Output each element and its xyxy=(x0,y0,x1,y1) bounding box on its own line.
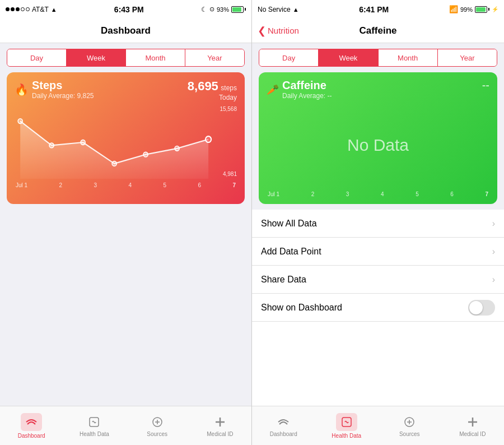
x-label-4: 5 xyxy=(163,182,166,188)
menu-show-on-dashboard[interactable]: Show on Dashboard xyxy=(252,294,504,322)
tab-medicalid-label-left: Medical ID xyxy=(207,431,233,437)
caffeine-header: 🥕 Caffeine Daily Average: -- -- xyxy=(267,79,489,100)
signal-dot-3 xyxy=(16,7,20,11)
dashboard-icon-right xyxy=(276,415,291,429)
no-service-label: No Service xyxy=(258,6,291,13)
signal-dot-5 xyxy=(26,7,30,11)
caffeine-avg: Daily Average: -- xyxy=(282,92,332,100)
nav-back-button[interactable]: ❮ Nutrition xyxy=(258,25,299,37)
svg-point-2 xyxy=(49,143,54,148)
show-on-dashboard-label: Show on Dashboard xyxy=(261,303,342,313)
battery-pct-right: 99% xyxy=(460,6,473,13)
nav-header-right: ❮ Nutrition Caffeine xyxy=(252,18,504,43)
menu-show-all-data[interactable]: Show All Data › xyxy=(252,210,504,238)
x-label-r1: 2 xyxy=(311,191,315,197)
steps-value-row: 8,695 steps xyxy=(188,79,237,94)
svg-point-7 xyxy=(206,136,211,142)
time-right: 6:41 PM xyxy=(359,5,389,14)
steps-date: Today xyxy=(188,94,237,101)
signal-dot-1 xyxy=(6,7,10,11)
segment-month-left[interactable]: Month xyxy=(125,49,185,66)
carrot-icon: 🥕 xyxy=(267,84,279,96)
chart-low-label: 4,981 xyxy=(223,171,237,177)
caffeine-title-group: 🥕 Caffeine Daily Average: -- xyxy=(267,79,332,100)
show-on-dashboard-toggle[interactable] xyxy=(468,300,495,316)
tab-sources-label-right: Sources xyxy=(399,431,420,437)
x-label-1: 2 xyxy=(59,182,63,188)
segment-year-right[interactable]: Year xyxy=(437,49,497,66)
sources-icon-right xyxy=(402,415,417,429)
svg-point-1 xyxy=(18,119,22,124)
segment-month-right[interactable]: Month xyxy=(378,49,437,66)
tab-sources-left[interactable]: Sources xyxy=(126,406,189,445)
card-title-block: Steps Daily Average: 9,825 xyxy=(32,79,94,100)
location-icon: ⊙ xyxy=(209,6,214,13)
segment-day-right[interactable]: Day xyxy=(259,49,318,66)
sources-icon-left xyxy=(150,415,165,429)
signal-dot-2 xyxy=(11,7,15,11)
tab-medicalid-left[interactable]: Medical ID xyxy=(189,406,251,445)
battery-icon-right xyxy=(475,6,489,13)
add-data-point-label: Add Data Point xyxy=(261,247,321,257)
tab-medicalid-right[interactable]: Medical ID xyxy=(441,406,505,445)
segment-week-right[interactable]: Week xyxy=(318,49,377,66)
x-label-r2: 3 xyxy=(346,191,349,197)
steps-value: 8,695 xyxy=(188,79,218,93)
x-label-2: 3 xyxy=(94,182,97,188)
show-all-data-label: Show All Data xyxy=(261,219,317,229)
right-panel: No Service ▲ 6:41 PM 📶 99% ⚡ ❮ Nutrition… xyxy=(252,0,504,445)
carrier-label: AT&T xyxy=(32,6,49,13)
healthdata-icon-right xyxy=(339,415,354,429)
x-label-r0: Jul 1 xyxy=(268,191,279,197)
battery-pct-left: 93% xyxy=(217,6,229,13)
caffeine-card: 🥕 Caffeine Daily Average: -- -- No Data … xyxy=(259,72,497,204)
x-label-r6: 7 xyxy=(485,191,488,197)
nav-header-left: Dashboard xyxy=(0,18,251,43)
x-label-r3: 4 xyxy=(381,191,384,197)
wifi-icon-right: ▲ xyxy=(293,6,299,13)
medicalid-icon-left xyxy=(213,415,227,429)
tab-healthdata-left[interactable]: Health Data xyxy=(63,406,125,445)
x-axis-labels-left: Jul 1 2 3 4 5 6 7 xyxy=(15,181,237,188)
segment-control-left[interactable]: Day Week Month Year xyxy=(7,49,245,67)
segment-control-right[interactable]: Day Week Month Year xyxy=(259,49,497,67)
show-on-dashboard-right xyxy=(468,300,495,316)
caffeine-value: -- xyxy=(482,79,489,92)
x-label-r5: 6 xyxy=(450,191,454,197)
show-all-data-right: › xyxy=(492,219,495,229)
moon-icon: ☾ xyxy=(201,6,207,13)
caffeine-title: Caffeine xyxy=(282,79,332,92)
steps-card: 🔥 Steps Daily Average: 9,825 8,695 steps… xyxy=(7,72,245,204)
x-label-6: 7 xyxy=(232,182,236,188)
tab-bar-right: Dashboard Health Data Sources xyxy=(252,406,504,445)
chart-high-label: 15,568 xyxy=(220,106,237,112)
status-right-right: 📶 99% ⚡ xyxy=(449,5,498,13)
steps-chart-svg xyxy=(15,106,237,179)
tab-sources-right[interactable]: Sources xyxy=(378,406,441,445)
tab-dashboard-right[interactable]: Dashboard xyxy=(252,406,315,445)
chevron-icon-2: › xyxy=(492,275,495,285)
tab-healthdata-icon-bg xyxy=(336,413,357,431)
segment-day-left[interactable]: Day xyxy=(7,49,66,66)
caffeine-dash: -- xyxy=(482,79,489,91)
card-value-group: 8,695 steps Today xyxy=(188,79,237,101)
left-panel: AT&T ▲ 6:43 PM ☾ ⊙ 93% Dashboard Day Wee… xyxy=(0,0,252,445)
status-bar-right: No Service ▲ 6:41 PM 📶 99% ⚡ xyxy=(252,0,504,18)
caffeine-title-block: Caffeine Daily Average: -- xyxy=(282,79,332,100)
card-header: 🔥 Steps Daily Average: 9,825 8,695 steps… xyxy=(15,79,237,101)
segment-year-left[interactable]: Year xyxy=(185,49,244,66)
x-label-r4: 5 xyxy=(416,191,419,197)
page-title-left: Dashboard xyxy=(101,25,151,36)
tab-healthdata-right[interactable]: Health Data xyxy=(315,406,379,445)
share-data-right: › xyxy=(492,275,495,285)
segment-week-left[interactable]: Week xyxy=(66,49,125,66)
svg-point-4 xyxy=(112,161,116,166)
tab-dashboard-left[interactable]: Dashboard xyxy=(0,406,63,445)
tab-dashboard-label-right: Dashboard xyxy=(270,431,297,437)
menu-add-data-point[interactable]: Add Data Point › xyxy=(252,238,504,266)
svg-point-6 xyxy=(175,146,179,151)
tab-dashboard-label-left: Dashboard xyxy=(18,433,45,439)
menu-share-data[interactable]: Share Data › xyxy=(252,266,504,294)
svg-point-5 xyxy=(143,152,148,157)
status-right-left: ☾ ⊙ 93% xyxy=(201,6,246,13)
